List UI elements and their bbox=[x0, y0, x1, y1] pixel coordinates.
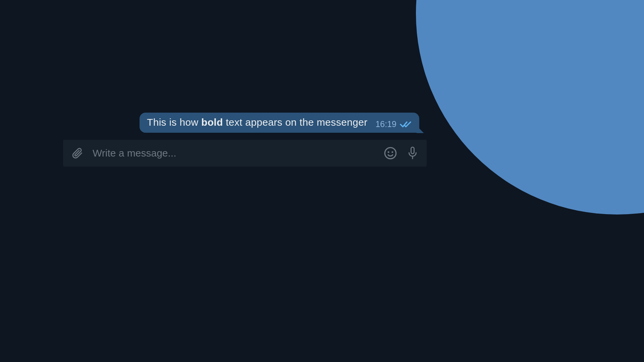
attach-button[interactable] bbox=[71, 147, 83, 159]
svg-point-2 bbox=[391, 151, 393, 153]
chat-messages: This is how bold text appears on the mes… bbox=[63, 0, 427, 140]
microphone-icon bbox=[407, 146, 419, 161]
message-text-before: This is how bbox=[147, 117, 201, 128]
smiley-icon bbox=[384, 146, 397, 160]
read-receipt-icon bbox=[400, 121, 412, 128]
chat-area: This is how bold text appears on the mes… bbox=[63, 0, 427, 168]
message-text: This is how bold text appears on the mes… bbox=[147, 117, 367, 128]
decorative-circle bbox=[416, 0, 644, 215]
message-text-bold: bold bbox=[201, 117, 223, 128]
voice-message-button[interactable] bbox=[407, 146, 419, 161]
message-timestamp: 16:19 bbox=[375, 119, 396, 129]
message-input[interactable] bbox=[93, 147, 374, 159]
svg-rect-3 bbox=[411, 147, 414, 154]
message-bubble-sent[interactable]: This is how bold text appears on the mes… bbox=[140, 113, 419, 133]
paperclip-icon bbox=[71, 147, 83, 159]
message-meta: 16:19 bbox=[375, 119, 412, 129]
svg-point-0 bbox=[385, 147, 396, 159]
message-text-after: text appears on the messenger bbox=[223, 117, 368, 128]
message-input-bar bbox=[63, 140, 427, 167]
emoji-button[interactable] bbox=[384, 146, 397, 160]
svg-point-1 bbox=[388, 151, 389, 153]
